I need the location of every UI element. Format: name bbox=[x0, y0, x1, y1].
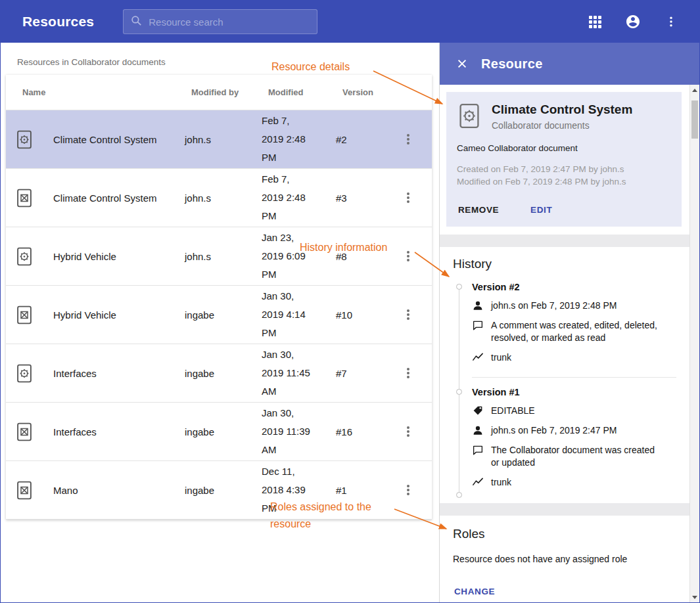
resource-name: Mano bbox=[44, 485, 185, 496]
version-label: Version #2 bbox=[472, 282, 676, 292]
roles-heading: Roles bbox=[453, 527, 676, 541]
row-menu-icon[interactable] bbox=[403, 247, 413, 265]
modified-date: Jan 30, 2019 11:39 AM bbox=[262, 404, 336, 459]
modified-by: john.s bbox=[185, 134, 262, 145]
event-text: john.s on Feb 7, 2019 2:48 PM bbox=[491, 300, 617, 312]
history-event: EDITABLE bbox=[472, 405, 676, 417]
event-text: The Collaborator document was created or… bbox=[491, 444, 665, 469]
modified-by: ingabe bbox=[185, 309, 262, 321]
modified-by: john.s bbox=[185, 251, 262, 262]
created-info: Created on Feb 7, 2019 2:47 PM by john.s bbox=[457, 163, 671, 175]
branch-icon bbox=[472, 476, 484, 488]
column-header-modified-by: Modified by bbox=[191, 87, 268, 97]
section-divider bbox=[440, 234, 689, 247]
column-header-name: Name bbox=[22, 87, 191, 97]
app-title: Resources bbox=[22, 14, 94, 30]
history-version: Version #1EDITABLEjohn.s on Feb 7, 2019 … bbox=[472, 377, 676, 497]
version-label: Version #1 bbox=[472, 387, 676, 397]
version: #7 bbox=[336, 368, 391, 379]
modified-date: Jan 30, 2019 11:45 AM bbox=[262, 346, 336, 401]
edit-button[interactable]: EDIT bbox=[529, 197, 561, 223]
comment-icon bbox=[472, 319, 484, 331]
row-menu-icon[interactable] bbox=[403, 189, 413, 207]
column-header-version: Version bbox=[342, 87, 398, 97]
search-icon bbox=[130, 14, 143, 30]
history-event: john.s on Feb 7, 2019 2:48 PM bbox=[472, 300, 676, 312]
modified-date: Feb 7, 2019 2:48 PM bbox=[262, 170, 336, 225]
user-icon bbox=[472, 424, 484, 436]
version: #2 bbox=[336, 134, 391, 145]
version: #3 bbox=[336, 192, 391, 204]
resource-details-card: Climate Control System Collaborator docu… bbox=[446, 92, 682, 227]
table-row[interactable]: Climate Control Systemjohn.sFeb 7, 2019 … bbox=[6, 169, 432, 227]
table-row[interactable]: InterfacesingabeJan 30, 2019 11:45 AM#7 bbox=[6, 344, 432, 403]
history-version: Version #2john.s on Feb 7, 2019 2:48 PMA… bbox=[472, 282, 676, 372]
app-bar: Resources bbox=[1, 1, 699, 43]
modified-date: Feb 7, 2019 2:48 PM bbox=[262, 112, 336, 167]
roles-section: Roles Resource does not have any assigne… bbox=[440, 516, 689, 602]
scroll-down-button[interactable] bbox=[690, 592, 699, 602]
table-row[interactable]: Hybrid Vehiclejohn.sJan 23, 2019 6:09 PM… bbox=[6, 227, 432, 286]
table-row[interactable]: Climate Control Systemjohn.sFeb 7, 2019 … bbox=[6, 110, 432, 169]
history-event: trunk bbox=[472, 476, 676, 489]
change-roles-button[interactable]: CHANGE bbox=[453, 579, 504, 602]
document-icon bbox=[15, 188, 44, 208]
roles-empty-text: Resource does not have any assigned role bbox=[453, 554, 676, 564]
tag-icon bbox=[472, 405, 484, 416]
scrollbar-thumb[interactable] bbox=[691, 100, 698, 139]
event-text: A comment was created, edited, deleted, … bbox=[491, 319, 665, 344]
section-divider bbox=[440, 503, 689, 516]
modified-date: Jan 23, 2019 6:09 PM bbox=[262, 229, 336, 284]
row-menu-icon[interactable] bbox=[403, 422, 413, 441]
collaborator-document-icon bbox=[15, 129, 44, 150]
row-menu-icon[interactable] bbox=[403, 130, 413, 148]
resource-table: Name Modified by Modified Version Climat… bbox=[6, 75, 432, 520]
resource-location: Collaborator documents bbox=[492, 120, 632, 131]
resource-name: Interfaces bbox=[44, 368, 185, 379]
modified-by: john.s bbox=[185, 192, 262, 204]
app-window: Resources bbox=[0, 0, 700, 603]
search-input[interactable] bbox=[149, 16, 310, 28]
event-text: trunk bbox=[491, 351, 511, 364]
row-menu-icon[interactable] bbox=[403, 305, 413, 324]
list-caption: Resources in Collaborator documents bbox=[17, 57, 439, 67]
resource-name: Climate Control System bbox=[492, 102, 632, 117]
history-event: trunk bbox=[472, 351, 676, 364]
more-menu-icon[interactable] bbox=[663, 13, 680, 30]
column-header-modified: Modified bbox=[268, 87, 342, 97]
row-menu-icon[interactable] bbox=[403, 481, 413, 499]
account-icon[interactable] bbox=[624, 13, 642, 30]
table-row[interactable]: InterfacesingabeJan 30, 2019 11:39 AM#16 bbox=[6, 403, 432, 461]
resource-name: Climate Control System bbox=[44, 134, 185, 145]
modified-by: ingabe bbox=[185, 368, 262, 379]
remove-button[interactable]: REMOVE bbox=[457, 197, 508, 223]
modified-by: ingabe bbox=[185, 485, 262, 496]
collaborator-document-icon bbox=[15, 363, 44, 384]
event-text: trunk bbox=[491, 476, 511, 489]
collaborator-document-icon bbox=[15, 246, 44, 267]
annotation-resource-details: Resource details bbox=[271, 61, 350, 73]
close-icon[interactable] bbox=[454, 55, 471, 72]
version: #16 bbox=[336, 426, 391, 437]
history-event: john.s on Feb 7, 2019 2:47 PM bbox=[472, 424, 676, 437]
row-menu-icon[interactable] bbox=[403, 364, 413, 382]
version: #1 bbox=[336, 485, 391, 496]
document-icon bbox=[15, 480, 44, 501]
panel-scrollbar[interactable] bbox=[689, 85, 699, 602]
table-header-row: Name Modified by Modified Version bbox=[6, 75, 432, 110]
table-row[interactable]: Hybrid VehicleingabeJan 30, 2019 4:14 PM… bbox=[6, 286, 432, 344]
event-text: john.s on Feb 7, 2019 2:47 PM bbox=[491, 424, 617, 437]
collaborator-document-icon bbox=[457, 102, 482, 132]
resource-name: Hybrid Vehicle bbox=[44, 309, 185, 321]
comment-icon bbox=[472, 444, 484, 456]
document-icon bbox=[15, 305, 44, 325]
apps-grid-icon[interactable] bbox=[586, 13, 603, 30]
history-timeline: Version #2john.s on Feb 7, 2019 2:48 PMA… bbox=[459, 282, 676, 497]
panel-header: Resource bbox=[440, 43, 699, 85]
version: #10 bbox=[336, 309, 391, 321]
resource-detail-panel: Resource bbox=[439, 43, 699, 602]
scroll-up-button[interactable] bbox=[690, 85, 699, 95]
branch-icon bbox=[472, 351, 484, 363]
search-box[interactable] bbox=[123, 9, 317, 34]
modified-date: Jan 30, 2019 4:14 PM bbox=[262, 287, 336, 342]
